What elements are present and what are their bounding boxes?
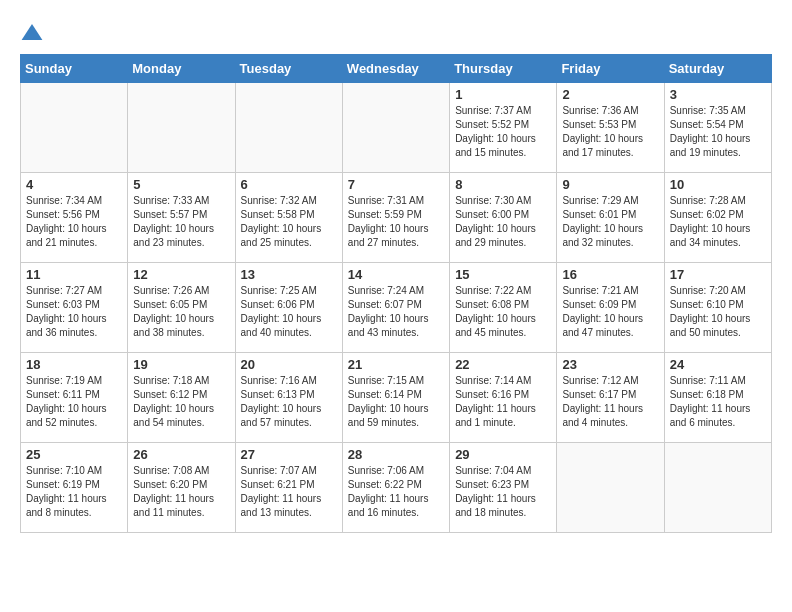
calendar-cell: 25Sunrise: 7:10 AM Sunset: 6:19 PM Dayli… — [21, 443, 128, 533]
day-number: 28 — [348, 447, 444, 462]
day-info: Sunrise: 7:37 AM Sunset: 5:52 PM Dayligh… — [455, 104, 551, 160]
day-number: 18 — [26, 357, 122, 372]
day-info: Sunrise: 7:25 AM Sunset: 6:06 PM Dayligh… — [241, 284, 337, 340]
day-number: 14 — [348, 267, 444, 282]
calendar-week-2: 4Sunrise: 7:34 AM Sunset: 5:56 PM Daylig… — [21, 173, 772, 263]
calendar-cell: 15Sunrise: 7:22 AM Sunset: 6:08 PM Dayli… — [450, 263, 557, 353]
day-info: Sunrise: 7:29 AM Sunset: 6:01 PM Dayligh… — [562, 194, 658, 250]
day-info: Sunrise: 7:26 AM Sunset: 6:05 PM Dayligh… — [133, 284, 229, 340]
day-number: 8 — [455, 177, 551, 192]
day-info: Sunrise: 7:07 AM Sunset: 6:21 PM Dayligh… — [241, 464, 337, 520]
logo — [20, 20, 48, 44]
day-number: 16 — [562, 267, 658, 282]
calendar-cell: 29Sunrise: 7:04 AM Sunset: 6:23 PM Dayli… — [450, 443, 557, 533]
weekday-header-sunday: Sunday — [21, 55, 128, 83]
day-number: 3 — [670, 87, 766, 102]
calendar-cell — [342, 83, 449, 173]
weekday-header-saturday: Saturday — [664, 55, 771, 83]
day-number: 13 — [241, 267, 337, 282]
day-number: 1 — [455, 87, 551, 102]
calendar-cell: 3Sunrise: 7:35 AM Sunset: 5:54 PM Daylig… — [664, 83, 771, 173]
calendar-cell: 24Sunrise: 7:11 AM Sunset: 6:18 PM Dayli… — [664, 353, 771, 443]
day-info: Sunrise: 7:28 AM Sunset: 6:02 PM Dayligh… — [670, 194, 766, 250]
day-info: Sunrise: 7:18 AM Sunset: 6:12 PM Dayligh… — [133, 374, 229, 430]
calendar-week-3: 11Sunrise: 7:27 AM Sunset: 6:03 PM Dayli… — [21, 263, 772, 353]
day-number: 27 — [241, 447, 337, 462]
calendar-cell: 20Sunrise: 7:16 AM Sunset: 6:13 PM Dayli… — [235, 353, 342, 443]
day-info: Sunrise: 7:34 AM Sunset: 5:56 PM Dayligh… — [26, 194, 122, 250]
calendar-cell: 21Sunrise: 7:15 AM Sunset: 6:14 PM Dayli… — [342, 353, 449, 443]
calendar-cell: 8Sunrise: 7:30 AM Sunset: 6:00 PM Daylig… — [450, 173, 557, 263]
day-number: 21 — [348, 357, 444, 372]
calendar-cell: 16Sunrise: 7:21 AM Sunset: 6:09 PM Dayli… — [557, 263, 664, 353]
weekday-header-friday: Friday — [557, 55, 664, 83]
day-number: 4 — [26, 177, 122, 192]
calendar-cell: 14Sunrise: 7:24 AM Sunset: 6:07 PM Dayli… — [342, 263, 449, 353]
day-number: 15 — [455, 267, 551, 282]
calendar-cell: 17Sunrise: 7:20 AM Sunset: 6:10 PM Dayli… — [664, 263, 771, 353]
calendar-cell — [128, 83, 235, 173]
calendar-cell: 2Sunrise: 7:36 AM Sunset: 5:53 PM Daylig… — [557, 83, 664, 173]
calendar-cell: 13Sunrise: 7:25 AM Sunset: 6:06 PM Dayli… — [235, 263, 342, 353]
day-number: 11 — [26, 267, 122, 282]
calendar-cell — [664, 443, 771, 533]
day-info: Sunrise: 7:20 AM Sunset: 6:10 PM Dayligh… — [670, 284, 766, 340]
day-info: Sunrise: 7:36 AM Sunset: 5:53 PM Dayligh… — [562, 104, 658, 160]
calendar-table: SundayMondayTuesdayWednesdayThursdayFrid… — [20, 54, 772, 533]
day-info: Sunrise: 7:04 AM Sunset: 6:23 PM Dayligh… — [455, 464, 551, 520]
day-number: 25 — [26, 447, 122, 462]
day-number: 24 — [670, 357, 766, 372]
calendar-cell: 7Sunrise: 7:31 AM Sunset: 5:59 PM Daylig… — [342, 173, 449, 263]
day-info: Sunrise: 7:30 AM Sunset: 6:00 PM Dayligh… — [455, 194, 551, 250]
day-info: Sunrise: 7:33 AM Sunset: 5:57 PM Dayligh… — [133, 194, 229, 250]
weekday-header-wednesday: Wednesday — [342, 55, 449, 83]
calendar-cell — [557, 443, 664, 533]
day-info: Sunrise: 7:16 AM Sunset: 6:13 PM Dayligh… — [241, 374, 337, 430]
calendar-cell — [21, 83, 128, 173]
calendar-cell: 22Sunrise: 7:14 AM Sunset: 6:16 PM Dayli… — [450, 353, 557, 443]
weekday-header-tuesday: Tuesday — [235, 55, 342, 83]
day-info: Sunrise: 7:15 AM Sunset: 6:14 PM Dayligh… — [348, 374, 444, 430]
day-info: Sunrise: 7:06 AM Sunset: 6:22 PM Dayligh… — [348, 464, 444, 520]
calendar-cell: 27Sunrise: 7:07 AM Sunset: 6:21 PM Dayli… — [235, 443, 342, 533]
calendar-cell: 5Sunrise: 7:33 AM Sunset: 5:57 PM Daylig… — [128, 173, 235, 263]
day-number: 20 — [241, 357, 337, 372]
calendar-cell: 26Sunrise: 7:08 AM Sunset: 6:20 PM Dayli… — [128, 443, 235, 533]
calendar-cell: 9Sunrise: 7:29 AM Sunset: 6:01 PM Daylig… — [557, 173, 664, 263]
logo-icon — [20, 20, 44, 44]
calendar-week-4: 18Sunrise: 7:19 AM Sunset: 6:11 PM Dayli… — [21, 353, 772, 443]
day-info: Sunrise: 7:10 AM Sunset: 6:19 PM Dayligh… — [26, 464, 122, 520]
day-info: Sunrise: 7:12 AM Sunset: 6:17 PM Dayligh… — [562, 374, 658, 430]
calendar-cell: 18Sunrise: 7:19 AM Sunset: 6:11 PM Dayli… — [21, 353, 128, 443]
weekday-header-thursday: Thursday — [450, 55, 557, 83]
day-number: 5 — [133, 177, 229, 192]
calendar-week-5: 25Sunrise: 7:10 AM Sunset: 6:19 PM Dayli… — [21, 443, 772, 533]
day-info: Sunrise: 7:19 AM Sunset: 6:11 PM Dayligh… — [26, 374, 122, 430]
day-number: 12 — [133, 267, 229, 282]
day-info: Sunrise: 7:08 AM Sunset: 6:20 PM Dayligh… — [133, 464, 229, 520]
calendar-cell: 12Sunrise: 7:26 AM Sunset: 6:05 PM Dayli… — [128, 263, 235, 353]
calendar-cell: 19Sunrise: 7:18 AM Sunset: 6:12 PM Dayli… — [128, 353, 235, 443]
day-number: 26 — [133, 447, 229, 462]
day-number: 9 — [562, 177, 658, 192]
day-info: Sunrise: 7:11 AM Sunset: 6:18 PM Dayligh… — [670, 374, 766, 430]
calendar-cell: 4Sunrise: 7:34 AM Sunset: 5:56 PM Daylig… — [21, 173, 128, 263]
calendar-cell: 28Sunrise: 7:06 AM Sunset: 6:22 PM Dayli… — [342, 443, 449, 533]
day-number: 17 — [670, 267, 766, 282]
day-info: Sunrise: 7:35 AM Sunset: 5:54 PM Dayligh… — [670, 104, 766, 160]
day-info: Sunrise: 7:31 AM Sunset: 5:59 PM Dayligh… — [348, 194, 444, 250]
day-info: Sunrise: 7:21 AM Sunset: 6:09 PM Dayligh… — [562, 284, 658, 340]
weekday-header-monday: Monday — [128, 55, 235, 83]
calendar-cell: 10Sunrise: 7:28 AM Sunset: 6:02 PM Dayli… — [664, 173, 771, 263]
calendar-cell: 11Sunrise: 7:27 AM Sunset: 6:03 PM Dayli… — [21, 263, 128, 353]
day-number: 23 — [562, 357, 658, 372]
header — [20, 20, 772, 44]
day-number: 29 — [455, 447, 551, 462]
day-info: Sunrise: 7:22 AM Sunset: 6:08 PM Dayligh… — [455, 284, 551, 340]
svg-marker-0 — [22, 24, 43, 40]
day-info: Sunrise: 7:24 AM Sunset: 6:07 PM Dayligh… — [348, 284, 444, 340]
day-info: Sunrise: 7:27 AM Sunset: 6:03 PM Dayligh… — [26, 284, 122, 340]
day-info: Sunrise: 7:14 AM Sunset: 6:16 PM Dayligh… — [455, 374, 551, 430]
day-info: Sunrise: 7:32 AM Sunset: 5:58 PM Dayligh… — [241, 194, 337, 250]
day-number: 10 — [670, 177, 766, 192]
